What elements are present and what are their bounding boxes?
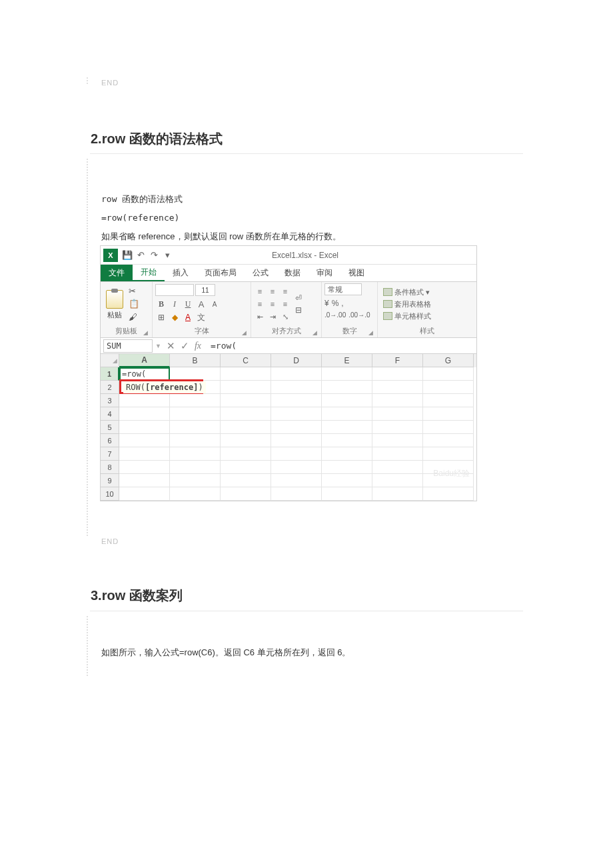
orientation-icon[interactable]: ⤡ xyxy=(279,311,291,323)
col-header-d[interactable]: D xyxy=(271,354,322,367)
row-header[interactable]: 8 xyxy=(101,461,119,474)
cell[interactable] xyxy=(372,381,423,394)
cell[interactable] xyxy=(372,447,423,461)
cell[interactable] xyxy=(372,474,423,487)
tab-home[interactable]: 开始 xyxy=(133,265,165,281)
align-top-icon[interactable]: ≡ xyxy=(254,285,266,297)
col-header-c[interactable]: C xyxy=(221,354,271,367)
cell[interactable] xyxy=(119,461,170,474)
dialog-launcher-icon[interactable]: ◢ xyxy=(312,329,317,336)
cell[interactable] xyxy=(170,394,221,407)
cell[interactable] xyxy=(372,461,423,474)
cell[interactable] xyxy=(372,421,423,434)
name-box[interactable]: SUM xyxy=(103,339,153,353)
cell[interactable] xyxy=(271,421,322,434)
italic-icon[interactable]: I xyxy=(169,299,181,309)
save-icon[interactable]: 💾 xyxy=(121,249,134,262)
row-header[interactable]: 7 xyxy=(101,447,119,461)
font-size-dropdown[interactable]: 11 xyxy=(195,284,215,296)
row-header[interactable]: 2 xyxy=(101,381,119,394)
col-header-g[interactable]: G xyxy=(423,354,474,367)
font-name-dropdown[interactable] xyxy=(155,284,194,296)
align-bottom-icon[interactable]: ≡ xyxy=(279,285,291,297)
tab-insert[interactable]: 插入 xyxy=(165,265,197,281)
cell[interactable] xyxy=(271,447,322,461)
cell[interactable] xyxy=(170,434,221,447)
phonetic-icon[interactable]: 文 xyxy=(195,312,207,323)
font-color-icon[interactable]: A xyxy=(182,312,194,323)
dialog-launcher-icon[interactable]: ◢ xyxy=(143,329,148,336)
cell-styles-button[interactable]: 单元格样式 xyxy=(383,311,431,321)
cell[interactable] xyxy=(423,394,474,407)
cell[interactable] xyxy=(423,407,474,421)
dialog-launcher-icon[interactable]: ◢ xyxy=(368,329,373,336)
row-header[interactable]: 4 xyxy=(101,407,119,421)
formula-input[interactable]: =row( xyxy=(207,341,476,351)
cell[interactable] xyxy=(372,394,423,407)
cell[interactable] xyxy=(119,474,170,487)
fx-icon[interactable]: fx xyxy=(195,341,201,351)
bold-icon[interactable]: B xyxy=(155,299,167,309)
increase-decimal-icon[interactable]: .0→.00 xyxy=(324,311,346,319)
tab-review[interactable]: 审阅 xyxy=(308,265,340,281)
align-center-icon[interactable]: ≡ xyxy=(267,298,279,310)
cell[interactable] xyxy=(221,381,271,394)
cell[interactable] xyxy=(271,461,322,474)
merge-icon[interactable]: ⊟ xyxy=(295,305,302,315)
number-format-dropdown[interactable]: 常规 xyxy=(324,283,362,295)
row-header[interactable]: 3 xyxy=(101,394,119,407)
qat-dropdown-icon[interactable]: ▾ xyxy=(161,249,174,262)
cell[interactable] xyxy=(322,461,372,474)
cell[interactable] xyxy=(170,461,221,474)
cancel-formula-icon[interactable]: ✕ xyxy=(167,340,175,352)
undo-icon[interactable]: ↶ xyxy=(134,249,147,262)
cell[interactable] xyxy=(221,421,271,434)
cell[interactable] xyxy=(119,434,170,447)
cell[interactable] xyxy=(221,394,271,407)
row-header[interactable]: 9 xyxy=(101,474,119,487)
underline-icon[interactable]: U xyxy=(182,299,194,309)
cell[interactable] xyxy=(372,434,423,447)
cell[interactable] xyxy=(119,394,170,407)
cell[interactable] xyxy=(170,474,221,487)
comma-icon[interactable]: , xyxy=(341,299,343,308)
cell[interactable] xyxy=(119,421,170,434)
cell[interactable] xyxy=(423,447,474,461)
percent-icon[interactable]: % xyxy=(332,299,339,308)
cell[interactable] xyxy=(170,407,221,421)
spreadsheet-grid[interactable]: ◢ A B C D E F G 1 =row( ROW([reference]) xyxy=(101,354,476,501)
cell[interactable] xyxy=(221,434,271,447)
cell[interactable] xyxy=(423,367,474,381)
cell[interactable] xyxy=(372,487,423,501)
format-as-table-button[interactable]: 套用表格格 xyxy=(383,299,431,309)
cell[interactable] xyxy=(221,487,271,501)
copy-icon[interactable]: 📋 xyxy=(129,299,139,308)
cell[interactable] xyxy=(221,461,271,474)
tab-formulas[interactable]: 公式 xyxy=(245,265,277,281)
font-shrink-icon[interactable]: A xyxy=(209,299,221,309)
cell[interactable] xyxy=(271,474,322,487)
decrease-decimal-icon[interactable]: .00→.0 xyxy=(348,311,370,319)
cell[interactable] xyxy=(119,447,170,461)
cell[interactable] xyxy=(119,487,170,501)
cell[interactable] xyxy=(423,381,474,394)
wrap-text-icon[interactable]: ⏎ xyxy=(295,293,302,303)
tab-file[interactable]: 文件 xyxy=(101,265,133,281)
col-header-a[interactable]: A xyxy=(119,354,170,367)
row-header[interactable]: 5 xyxy=(101,421,119,434)
cell[interactable] xyxy=(322,381,372,394)
indent-dec-icon[interactable]: ⇤ xyxy=(254,311,266,323)
tab-data[interactable]: 数据 xyxy=(277,265,308,281)
currency-icon[interactable]: ¥ xyxy=(324,299,329,308)
cell[interactable] xyxy=(423,434,474,447)
align-middle-icon[interactable]: ≡ xyxy=(267,285,279,297)
cell[interactable] xyxy=(372,407,423,421)
cell[interactable] xyxy=(170,421,221,434)
cell[interactable] xyxy=(271,407,322,421)
cell-a1[interactable]: =row( ROW([reference]) xyxy=(119,367,170,381)
cell[interactable] xyxy=(423,421,474,434)
cell[interactable] xyxy=(271,434,322,447)
indent-inc-icon[interactable]: ⇥ xyxy=(267,311,279,323)
cell[interactable] xyxy=(322,394,372,407)
enter-formula-icon[interactable]: ✓ xyxy=(181,340,189,352)
